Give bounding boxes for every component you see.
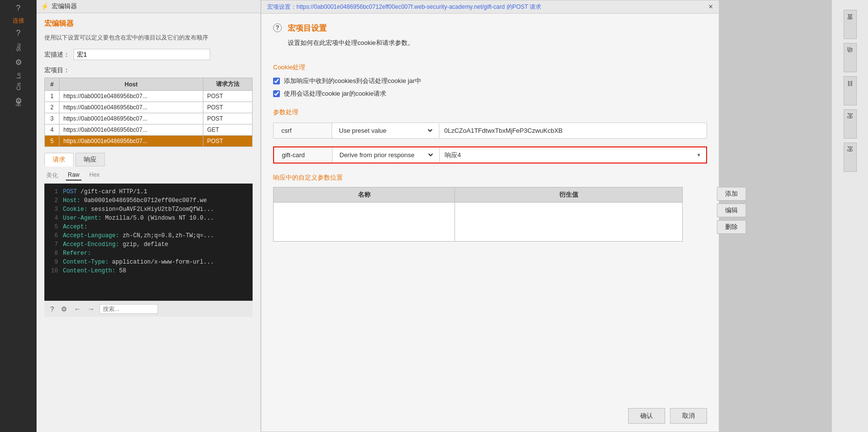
action-buttons: 添加 编辑 删除 xyxy=(717,187,746,234)
line-content: POST /gift-card HTTP/1.1 xyxy=(63,187,147,196)
csrf-value-input[interactable] xyxy=(439,124,707,137)
giftcard-response-value: 响应4 xyxy=(445,151,461,160)
row-method: POST xyxy=(203,102,252,113)
checkbox-row-2: 使用会话处理cookie jar的cookie请求 xyxy=(273,89,707,98)
sub-tab-raw[interactable]: Raw xyxy=(66,170,81,181)
col-header-host: Host xyxy=(59,78,203,91)
csrf-method-wrapper: Use preset value Derive from prior respo… xyxy=(332,123,439,138)
table-row[interactable]: 4 https://0ab0001e0486956bc07... GET xyxy=(45,124,253,136)
line-content: User-Agent: Mozilla/5.0 (Windows NT 10.0… xyxy=(63,214,214,223)
bottom-toolbar: ? ⚙ ← → xyxy=(44,301,253,317)
row-num: 1 xyxy=(45,91,59,102)
sidebar-icon-gear1[interactable]: ⚙ xyxy=(15,58,22,67)
add-param-btn[interactable]: 添加 xyxy=(717,187,746,201)
lightning-icon: ⚡ xyxy=(40,2,49,10)
bottom-action-row: 确认 取消 xyxy=(628,408,707,424)
table-row[interactable]: 5 https://0ab0001e0486956bc07... POST xyxy=(45,136,253,147)
left-sidebar: ? 连接 ? Stu ⚙ Lo Cis ⚙ 宏 xyxy=(0,0,37,432)
empty-cell-2 xyxy=(455,203,683,242)
sidebar-icon-question[interactable]: ? xyxy=(16,29,20,38)
custom-col-name: 名称 xyxy=(274,187,455,203)
toolbar-back-btn[interactable]: ← xyxy=(72,304,83,314)
sub-tabs-row: 美化 Raw Hex xyxy=(44,170,253,181)
row-method: GET xyxy=(203,124,252,136)
table-row[interactable]: 2 https://0ab0001e0486956bc07... POST xyxy=(45,102,253,113)
line-number: 5 xyxy=(48,223,58,231)
macro-panel-titlebar: ⚡ 宏编辑器 xyxy=(37,0,260,13)
line-number: 1 xyxy=(48,187,58,196)
sidebar-icon-gear2[interactable]: ⚙ xyxy=(15,96,22,105)
line-content: Content-Length: 58 xyxy=(63,267,126,275)
line-content: Content-Type: application/x-www-form-url… xyxy=(63,258,214,267)
checkbox-1-label: 添加响应中收到的cookies到会话处理cookie jar中 xyxy=(284,77,421,85)
row-host: https://0ab0001e0486956bc07... xyxy=(59,102,203,113)
line-content: Host: 0ab0001e0486956bc0712eff00ec007f.w… xyxy=(63,196,207,205)
table-row[interactable]: 3 https://0ab0001e0486956bc07... POST xyxy=(45,113,253,124)
custom-param-area: 名称 衍生值 添加 编辑 删除 xyxy=(273,187,707,242)
settings-title-bar-text: 宏项设置：https://0ab0001e0486956bc0712eff00e… xyxy=(267,3,541,11)
giftcard-param-name: gift-card xyxy=(274,147,333,163)
param-row-giftcard: gift-card Derive from prior response Use… xyxy=(273,146,707,164)
giftcard-dropdown-arrow: ▼ xyxy=(696,152,701,158)
macro-description-text: 使用以下设置可以定义要包含在宏中的项目以及它们的发布顺序 xyxy=(44,33,253,42)
code-line: 7Accept-Encoding: gzip, deflate xyxy=(48,240,249,249)
connect-label[interactable]: 连接 xyxy=(13,17,24,25)
tabs-row: 请求 响应 xyxy=(44,153,253,166)
line-number: 3 xyxy=(48,205,58,214)
csrf-method-select[interactable]: Use preset value Derive from prior respo… xyxy=(337,126,434,135)
col-header-method: 请求方法 xyxy=(203,78,252,91)
macro-editor-main-title: 宏编辑器 xyxy=(44,19,253,28)
cookie-section-title: Cookie处理 xyxy=(273,63,707,72)
settings-title-bar: 宏项设置：https://0ab0001e0486956bc0712eff00e… xyxy=(261,0,719,14)
param-section-title: 参数处理 xyxy=(273,108,707,117)
delete-param-btn[interactable]: 删除 xyxy=(717,220,746,234)
macro-editor-content: 宏编辑器 使用以下设置可以定义要包含在宏中的项目以及它们的发布顺序 宏描述： 宏… xyxy=(37,13,260,323)
checkbox-add-cookies[interactable] xyxy=(273,78,280,84)
row-num: 4 xyxy=(45,124,59,136)
col-header-num: # xyxy=(45,78,59,91)
code-line: 1POST /gift-card HTTP/1.1 xyxy=(48,187,249,196)
settings-help-icon[interactable]: ? xyxy=(273,23,282,32)
sub-tab-hex[interactable]: Hex xyxy=(87,170,101,181)
toolbar-help-btn[interactable]: ? xyxy=(48,304,56,314)
line-content: Cookie: session=OuAVF2LxHiyU2tbTZoomQfWi… xyxy=(63,205,214,214)
far-right-sidebar: 置 动 目 宏 宏 xyxy=(831,0,868,432)
help-icon-top[interactable]: ? xyxy=(16,4,20,13)
macro-desc-label: 宏描述： xyxy=(44,50,70,59)
search-input[interactable] xyxy=(99,304,158,314)
sidebar-label-lo: Lo xyxy=(16,73,21,79)
far-right-btn-3[interactable]: 目 xyxy=(844,76,857,105)
settings-close-btn[interactable]: × xyxy=(709,2,713,11)
sidebar-label-cis: Cis xyxy=(16,82,21,90)
far-right-btn-1[interactable]: 置 xyxy=(844,10,857,39)
tab-response[interactable]: 响应 xyxy=(76,153,105,166)
settings-panel: 宏项设置：https://0ab0001e0486956bc0712eff00e… xyxy=(261,0,719,432)
tab-request[interactable]: 请求 xyxy=(44,153,74,166)
custom-param-title: 响应中的自定义参数位置 xyxy=(273,173,707,182)
line-number: 7 xyxy=(48,240,58,249)
confirm-btn[interactable]: 确认 xyxy=(628,408,665,424)
code-line: 4User-Agent: Mozilla/5.0 (Windows NT 10.… xyxy=(48,214,249,223)
far-right-btn-4[interactable]: 宏 xyxy=(844,109,857,139)
table-row[interactable]: 1 https://0ab0001e0486956bc07... POST xyxy=(45,91,253,102)
row-method: POST xyxy=(203,136,252,147)
giftcard-method-select[interactable]: Derive from prior response Use preset va… xyxy=(337,151,434,159)
far-right-btn-5[interactable]: 宏 xyxy=(844,143,857,172)
sub-tab-beautify[interactable]: 美化 xyxy=(44,170,60,181)
code-line: 8Referer: xyxy=(48,249,249,258)
giftcard-response-dropdown[interactable]: 响应4 ▼ xyxy=(440,148,706,163)
macro-panel-title: 宏编辑器 xyxy=(52,2,77,11)
custom-col-value: 衍生值 xyxy=(455,187,683,203)
custom-param-table: 名称 衍生值 xyxy=(273,187,683,242)
toolbar-settings-btn[interactable]: ⚙ xyxy=(59,304,69,314)
row-host: https://0ab0001e0486956bc07... xyxy=(59,91,203,102)
macro-desc-input[interactable] xyxy=(74,49,210,60)
checkbox-2-label: 使用会话处理cookie jar的cookie请求 xyxy=(284,89,386,98)
cancel-btn[interactable]: 取消 xyxy=(670,408,707,424)
edit-param-btn[interactable]: 编辑 xyxy=(717,204,746,217)
checkbox-use-cookies[interactable] xyxy=(273,90,280,97)
row-method: POST xyxy=(203,113,252,124)
line-content: Accept-Encoding: gzip, deflate xyxy=(63,240,168,249)
far-right-btn-2[interactable]: 动 xyxy=(844,43,857,72)
toolbar-forward-btn[interactable]: → xyxy=(86,304,97,314)
